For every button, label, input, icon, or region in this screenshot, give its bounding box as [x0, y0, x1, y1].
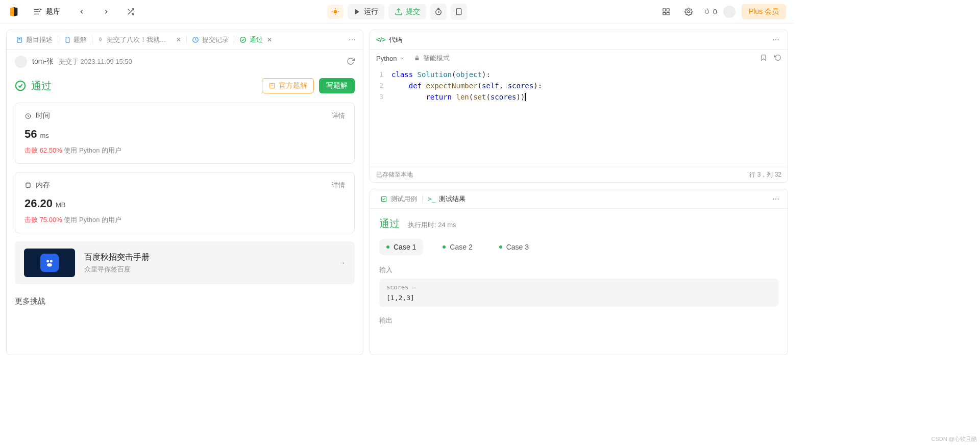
svg-point-3	[334, 10, 337, 13]
svg-marker-4	[355, 9, 359, 14]
time-card: 时间 详情 56 ms 击败 62.50% 使用 Python 的用户	[15, 103, 355, 164]
time-title: 时间	[36, 111, 50, 120]
submitter-avatar[interactable]	[15, 56, 27, 68]
test-results-tab[interactable]: >_ 测试结果	[424, 192, 470, 206]
run-button[interactable]: 运行	[348, 4, 384, 19]
official-solution-button[interactable]: 官方题解	[262, 78, 314, 93]
svg-point-28	[50, 260, 53, 262]
streak-count: 0	[713, 8, 717, 16]
code-editor[interactable]: 1class Solution(object): 2 def expectNum…	[370, 67, 788, 167]
layout-button[interactable]	[658, 4, 674, 20]
problem-bank-label: 题库	[46, 7, 60, 16]
run-label: 运行	[364, 7, 378, 16]
test-more-button[interactable]: ⋯	[770, 193, 781, 205]
close-icon[interactable]: ✕	[176, 36, 181, 43]
time-detail-link[interactable]: 详情	[332, 111, 345, 120]
tab-submit-many[interactable]: 提交了八次！我就是个笨… ✕	[93, 33, 185, 46]
cursor-position: 行 3，列 32	[749, 170, 781, 179]
promo-subtitle: 众里寻你签百度	[84, 265, 150, 274]
tab-accepted[interactable]: 通过 ✕	[235, 33, 276, 46]
more-tabs-button[interactable]: ⋯	[347, 34, 358, 46]
bookmark-button[interactable]	[760, 54, 767, 63]
code-tab[interactable]: </> 代码	[376, 35, 402, 44]
output-label: 输出	[379, 316, 778, 325]
submit-label: 提交	[406, 7, 420, 16]
code-more-button[interactable]: ⋯	[770, 34, 781, 46]
test-runtime: 执行用时: 24 ms	[408, 220, 456, 230]
svg-rect-8	[663, 9, 666, 11]
close-icon[interactable]: ✕	[267, 36, 272, 43]
svg-rect-22	[26, 183, 30, 187]
svg-rect-10	[663, 12, 666, 15]
save-status: 已存储至本地	[376, 170, 413, 179]
case-tab-1[interactable]: Case 1	[379, 239, 423, 255]
svg-point-29	[47, 263, 52, 267]
arrow-right-icon: →	[338, 259, 346, 267]
user-avatar[interactable]	[723, 6, 736, 18]
prev-problem-button[interactable]	[74, 4, 90, 20]
svg-rect-30	[415, 58, 419, 60]
svg-point-27	[46, 260, 49, 262]
case-tab-3[interactable]: Case 3	[492, 239, 536, 255]
time-value: 56	[24, 128, 37, 140]
problem-bank-button[interactable]: 题库	[28, 5, 65, 18]
svg-point-12	[688, 11, 690, 13]
tab-description[interactable]: 题目描述	[12, 33, 57, 46]
submission-header: tom-张 提交于 2023.11.09 15:50	[7, 50, 363, 74]
tab-history[interactable]: 提交记录	[188, 33, 233, 46]
submit-button[interactable]: 提交	[388, 4, 426, 19]
promo-card[interactable]: 百度秋招突击手册 众里寻你签百度 →	[15, 241, 355, 284]
plus-member-button[interactable]: Plus 会员	[742, 4, 786, 19]
test-pass-status: 通过	[379, 217, 400, 231]
settings-button[interactable]	[680, 4, 697, 20]
shuffle-button[interactable]	[122, 4, 139, 20]
svg-rect-7	[456, 9, 461, 15]
more-challenges-title: 更多挑战	[7, 292, 363, 310]
note-button[interactable]	[451, 4, 467, 20]
memory-title: 内存	[36, 181, 50, 190]
promo-image	[24, 249, 75, 277]
input-box: scores = [1,2,3]	[379, 279, 778, 307]
timer-button[interactable]	[430, 4, 447, 20]
next-problem-button[interactable]	[98, 4, 114, 20]
topbar: 题库 运行 提交 0 Plus 会员	[0, 0, 794, 23]
debug-button[interactable]	[327, 5, 344, 19]
language-selector[interactable]: Python	[376, 55, 405, 62]
promo-title: 百度秋招突击手册	[84, 252, 150, 263]
tab-solution[interactable]: 题解	[59, 33, 91, 46]
reset-code-button[interactable]	[774, 54, 781, 63]
svg-rect-9	[667, 9, 669, 11]
svg-rect-11	[667, 12, 669, 15]
reload-button[interactable]	[347, 57, 355, 67]
test-cases-tab[interactable]: 测试用例	[376, 192, 421, 206]
memory-value: 26.20	[24, 197, 53, 210]
write-solution-button[interactable]: 写题解	[319, 78, 355, 93]
smart-mode-toggle[interactable]: 智能模式	[414, 54, 450, 63]
svg-rect-19	[270, 83, 274, 88]
memory-detail-link[interactable]: 详情	[332, 181, 345, 190]
memory-card: 内存 详情 26.20 MB 击败 75.00% 使用 Python 的用户	[15, 172, 355, 233]
svg-line-2	[128, 9, 130, 10]
submitter-name[interactable]: tom-张	[32, 57, 54, 66]
logo[interactable]	[8, 6, 19, 17]
svg-rect-31	[381, 196, 386, 201]
submission-time: 提交于 2023.11.09 15:50	[59, 57, 132, 66]
input-label: 输入	[379, 265, 778, 275]
left-tabs-bar: 题目描述 题解 提交了八次！我就是个笨… ✕ 提交记录 通过 ✕	[7, 30, 363, 50]
streak-counter[interactable]: 0	[703, 8, 717, 16]
accepted-status: 通过	[15, 79, 52, 93]
case-tab-2[interactable]: Case 2	[435, 239, 479, 255]
